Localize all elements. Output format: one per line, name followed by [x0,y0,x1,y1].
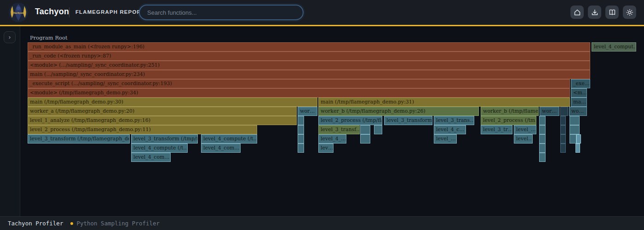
status-bar: Tachyon Profiler Python Sampling Profile… [0,216,644,230]
flame-bar[interactable]: main (/tmp/flamegraph_demo.py:30) [28,98,317,107]
status-profiler-type: Python Sampling Profiler [76,220,160,227]
flame-bar[interactable]: level_2_process (/tm… [481,116,536,125]
flame-bar-narrow[interactable] [575,144,580,153]
flame-bar-narrow[interactable] [569,125,580,134]
flame-bar[interactable]: level_3_transform (/tmp/flamegraph_dem… [28,134,130,144]
flame-bar[interactable]: level_3_transform (/tmp/fl… [131,134,198,144]
flame-bar-narrow[interactable] [560,125,566,134]
flame-bar[interactable]: level_3_transform… [384,116,432,125]
header-divider [69,7,69,17]
flame-bar[interactable]: wor… [540,107,559,116]
flame-bar-narrow[interactable] [298,116,304,125]
flame-bar[interactable]: wo… [569,107,587,116]
sidebar: › [0,26,20,216]
flame-bar[interactable]: level_… [514,125,536,134]
flame-bar[interactable]: <module> (/tmp/flamegraph_demo.py:34) [28,88,570,98]
flame-bar[interactable]: _exe… [571,79,590,88]
flame-bar[interactable]: level_4_c… [434,125,466,134]
status-dot-icon [70,222,73,225]
flame-bar[interactable]: <module> (.../sampling/_sync_coordinator… [28,61,590,70]
flame-bar-narrow[interactable] [298,134,304,144]
flame-bar-narrow[interactable] [539,144,546,153]
flame-bar[interactable]: worker_b (/tmp/flamegraph_demo.py:26) [318,107,479,116]
flame-bar[interactable]: level_4_… [318,134,346,144]
status-app-name: Tachyon Profiler [8,220,63,227]
flame-bar[interactable]: _run_module_as_main (<frozen runpy>:196) [28,42,590,52]
flame-bar[interactable]: level_4_com… [131,153,171,162]
flame-bar-narrow[interactable] [539,125,546,134]
flame-bar-narrow[interactable] [569,134,576,144]
flame-bar[interactable]: main (/tmp/flamegraph_demo.py:31) [318,98,570,107]
flame-bar[interactable]: ma… [571,98,587,107]
flame-bar[interactable]: level… [514,134,533,144]
flame-bar[interactable]: <m… [571,88,587,98]
theme-button[interactable] [623,6,636,19]
content-area: Program Root _run_module_as_main (<froze… [0,26,644,216]
flame-bar[interactable]: lev… [318,144,334,153]
docs-button[interactable] [605,6,619,19]
flame-bar[interactable]: level_3_transf… [318,125,360,134]
flame-bar-narrow[interactable] [560,116,566,125]
tachyon-logo-icon: Tachyon [8,2,29,23]
flame-bar-narrow[interactable] [539,134,546,144]
sun-icon [626,9,633,16]
report-type-label: FLAMEGRAPH REPORT [75,9,145,15]
download-icon [591,9,598,16]
app-header: Tachyon Tachyon FLAMEGRAPH REPORT [0,0,644,25]
svg-text:Tachyon: Tachyon [13,11,24,14]
flame-bar[interactable]: level_4_comput… [592,42,636,52]
app-logo: Tachyon [8,2,29,23]
flame-bar[interactable]: level_4_compute (/t… [201,134,257,144]
flame-bar[interactable]: level_1_analyze (/tmp/flamegraph_demo.py… [28,116,297,125]
flame-bar[interactable]: level_4_com… [201,144,241,153]
app-window: Tachyon Tachyon FLAMEGRAPH REPORT [0,0,644,230]
flame-bar[interactable]: worker_a (/tmp/flamegraph_demo.py:20) [28,107,297,116]
flame-bar-narrow[interactable] [360,134,370,144]
flame-bar-narrow[interactable] [298,125,304,134]
flame-bar-narrow[interactable] [560,134,566,144]
flame-bar-narrow[interactable] [569,116,580,125]
flame-bar[interactable]: _execute_script (.../sampling/_sync_coor… [28,79,570,88]
flame-bar[interactable]: level_3_trans… [434,116,474,125]
flame-bar[interactable]: worker_b (/tmp/flame… [481,107,539,116]
flame-bar[interactable]: level_… [434,134,457,144]
flame-bar-narrow[interactable] [560,144,566,153]
home-button[interactable] [570,6,584,19]
flame-bar-narrow[interactable] [374,125,382,134]
flame-bar-narrow[interactable] [539,116,546,125]
flame-bar-narrow[interactable] [360,125,370,134]
flame-bar-narrow[interactable] [298,144,304,153]
flame-bar-narrow[interactable] [576,134,581,144]
flame-bar[interactable]: level_2_process (/tmp/fla… [318,116,382,125]
flame-bar[interactable]: main (.../sampling/_sync_coordinator.py:… [28,70,590,79]
search-input[interactable] [139,5,304,20]
flame-bar[interactable]: level_4_compute (/t… [131,144,188,153]
flame-bar[interactable]: level_2_process (/tmp/flamegraph_demo.py… [28,125,257,134]
flame-bar[interactable]: level_3_tr… [481,125,512,134]
home-icon [574,9,581,16]
flame-bar-narrow[interactable] [539,153,546,162]
program-root-frame[interactable]: Program Root [28,33,70,42]
flame-bar[interactable]: _run_code (<frozen runpy>:87) [28,52,590,61]
flame-bar-narrow[interactable] [560,107,568,116]
sidebar-toggle-button[interactable]: › [4,31,16,43]
app-title: Tachyon [35,7,69,17]
download-button[interactable] [588,6,601,19]
flame-bar[interactable]: wor… [298,107,317,116]
book-icon [609,9,616,16]
flamegraph: Program Root _run_module_as_main (<froze… [0,26,644,216]
